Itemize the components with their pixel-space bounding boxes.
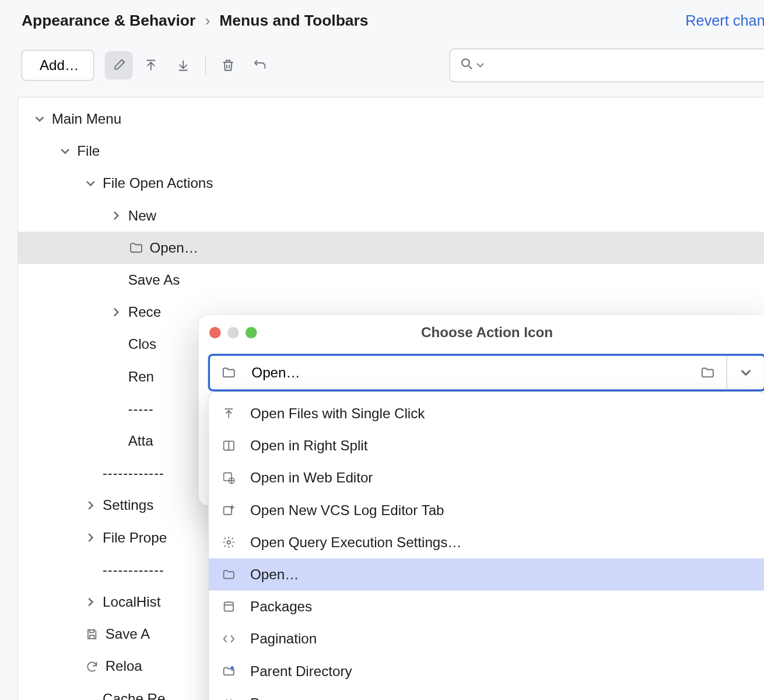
tree-label: Save As xyxy=(128,272,180,288)
revert-changes-link[interactable]: Revert changes xyxy=(685,12,764,30)
tree-label: ------------ xyxy=(103,466,164,481)
search-icon xyxy=(460,56,474,74)
save-icon xyxy=(84,626,100,642)
dd-item-parent-directory[interactable]: Parent Directory xyxy=(209,655,764,687)
chevron-right-icon[interactable] xyxy=(84,596,97,609)
edit-icon-button[interactable] xyxy=(105,51,133,79)
tree-label: Save A xyxy=(106,626,150,642)
tree-label: LocalHist xyxy=(103,594,160,610)
move-up-button[interactable] xyxy=(137,51,165,79)
dd-label: Open in Right Split xyxy=(250,438,367,454)
pagination-icon xyxy=(220,631,237,647)
breadcrumb: Appearance & Behavior › Menus and Toolba… xyxy=(22,12,369,30)
dd-label: Packages xyxy=(250,598,312,615)
dd-item-open-web-editor[interactable]: Open in Web Editor xyxy=(209,462,764,494)
reload-icon xyxy=(84,659,100,675)
tree-node-file[interactable]: File xyxy=(18,135,764,167)
chevron-down-icon[interactable] xyxy=(84,177,97,190)
dd-label: Pause xyxy=(250,695,290,700)
pause-icon xyxy=(220,695,237,700)
browse-icon[interactable] xyxy=(689,365,726,380)
chevron-down-icon[interactable] xyxy=(33,113,46,126)
dd-label: Pagination xyxy=(250,631,317,647)
revert-button[interactable] xyxy=(247,51,275,79)
tree-label: Clos xyxy=(128,337,156,353)
tree-node-file-open-actions[interactable]: File Open Actions xyxy=(18,167,764,200)
chevron-right-icon[interactable] xyxy=(84,499,97,512)
svg-rect-6 xyxy=(225,602,233,611)
search-input-container[interactable] xyxy=(450,48,764,82)
tree-node-main-menu[interactable]: Main Menu xyxy=(18,103,764,135)
combo-value: Open… xyxy=(251,365,300,381)
box-plus-icon xyxy=(220,502,237,519)
close-window-icon[interactable] xyxy=(209,327,221,338)
dd-item-open-files-single-click[interactable]: Open Files with Single Click xyxy=(209,397,764,429)
tree-label: New xyxy=(128,208,156,224)
dd-item-packages[interactable]: Packages xyxy=(209,590,764,622)
minimize-window-icon xyxy=(227,327,239,338)
globe-box-icon xyxy=(220,470,237,486)
dd-label: Parent Directory xyxy=(250,663,352,680)
split-icon xyxy=(220,438,237,454)
tree-node-open[interactable]: Open… xyxy=(18,232,764,264)
chevron-right-icon[interactable] xyxy=(110,306,123,319)
icon-dropdown[interactable]: Open Files with Single Click Open in Rig… xyxy=(208,391,764,700)
chevron-right-icon[interactable] xyxy=(110,209,123,222)
dd-item-pause[interactable]: Pause xyxy=(209,687,764,700)
dd-label: Open in Web Editor xyxy=(250,470,373,486)
dd-item-open-vcs-log-tab[interactable]: Open New VCS Log Editor Tab xyxy=(209,494,764,526)
tree-label: Open… xyxy=(150,240,198,256)
tree-label: Cache Re xyxy=(103,691,165,700)
svg-point-5 xyxy=(227,541,230,544)
tree-label: File Open Actions xyxy=(103,176,213,192)
dd-item-pagination[interactable]: Pagination xyxy=(209,623,764,655)
tree-label: File xyxy=(77,143,100,159)
tree-label: Ren xyxy=(128,369,154,385)
dd-item-open[interactable]: Open… xyxy=(209,558,764,590)
tree-label: Settings xyxy=(103,498,153,514)
toolbar-separator xyxy=(205,57,206,74)
folder-up-icon xyxy=(220,663,237,680)
folder-icon xyxy=(220,566,237,583)
dd-item-open-query-settings[interactable]: Open Query Execution Settings… xyxy=(209,526,764,558)
folder-icon xyxy=(128,240,145,256)
maximize-window-icon[interactable] xyxy=(246,327,257,338)
tree-label: ------------ xyxy=(103,562,164,578)
tree-label: Reloa xyxy=(106,659,142,675)
chevron-down-icon[interactable] xyxy=(58,145,72,158)
dd-item-open-right-split[interactable]: Open in Right Split xyxy=(209,429,764,461)
window-controls[interactable] xyxy=(209,327,257,338)
package-icon xyxy=(220,598,237,615)
svg-point-0 xyxy=(462,59,469,66)
tree-label: File Prope xyxy=(103,530,167,546)
breadcrumb-separator: › xyxy=(205,12,210,30)
tree-label: Atta xyxy=(128,433,153,449)
delete-button[interactable] xyxy=(214,51,242,79)
breadcrumb-current: Menus and Toolbars xyxy=(219,12,368,30)
tree-node-new[interactable]: New xyxy=(18,200,764,232)
tree-label: Rece xyxy=(128,304,161,320)
icon-combo[interactable]: Open… xyxy=(208,354,764,391)
dialog-title: Choose Action Icon xyxy=(199,324,765,341)
choose-action-icon-dialog: Choose Action Icon Open… Open Files with… xyxy=(199,315,765,506)
dd-label: Open New VCS Log Editor Tab xyxy=(250,502,444,519)
add-button[interactable]: Add… xyxy=(22,50,94,81)
chevron-right-icon[interactable] xyxy=(84,531,97,544)
tree-label: Main Menu xyxy=(52,111,121,127)
dd-label: Open… xyxy=(250,566,299,583)
breadcrumb-parent[interactable]: Appearance & Behavior xyxy=(22,12,195,30)
combo-toggle[interactable] xyxy=(727,356,764,390)
gear-icon xyxy=(220,534,237,551)
search-dropdown-icon[interactable] xyxy=(477,59,484,72)
dd-label: Open Query Execution Settings… xyxy=(250,534,461,551)
tree-node-save-as[interactable]: Save As xyxy=(18,264,764,296)
arrow-up-bar-icon xyxy=(220,405,237,422)
folder-icon xyxy=(220,365,237,381)
tree-label: ----- xyxy=(128,401,154,416)
svg-rect-4 xyxy=(224,507,232,514)
svg-rect-2 xyxy=(224,473,232,481)
dd-label: Open Files with Single Click xyxy=(250,405,425,422)
search-input[interactable] xyxy=(486,58,764,72)
move-down-button[interactable] xyxy=(169,51,197,79)
